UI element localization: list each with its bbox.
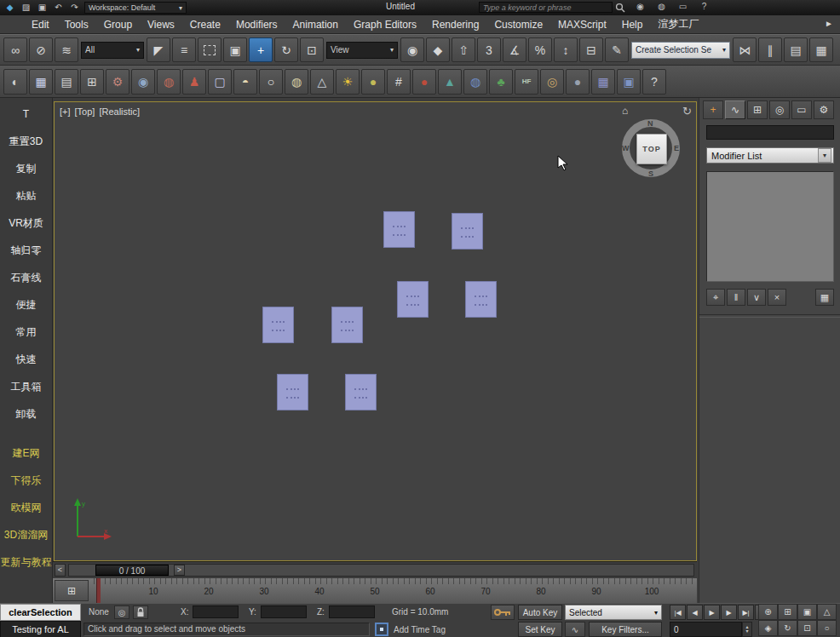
sidebar-item-12[interactable]: 建E网	[12, 445, 39, 461]
mouse-device-icon[interactable]: ▭	[676, 1, 689, 13]
percent-snap-toggle[interactable]: %	[528, 37, 552, 62]
menu-help[interactable]: Help	[614, 15, 651, 33]
dark-sphere-button[interactable]: ◉	[131, 69, 155, 95]
viewcube-rotate-icon[interactable]: ↻	[682, 105, 692, 118]
communication-icon[interactable]: ◍	[655, 1, 668, 13]
keyboard-override-toggle[interactable]: ⇧	[452, 37, 475, 62]
cone-primitive-button[interactable]: △	[310, 69, 334, 95]
window-crossing-button[interactable]: ▣	[223, 37, 247, 62]
use-pivot-center-button[interactable]: ◉	[400, 37, 424, 62]
frame-number-input[interactable]	[670, 622, 742, 637]
time-slider-prev-button[interactable]: <	[55, 564, 66, 577]
selection-filter-dropdown[interactable]: All▾	[81, 42, 144, 59]
lattice-button[interactable]: #	[387, 69, 411, 95]
show-end-result-button[interactable]: ‖	[727, 289, 745, 306]
maximize-viewport-toggle[interactable]: ⊡	[797, 620, 817, 636]
snaps-toggle-button[interactable]: 3	[477, 37, 501, 62]
menu-maxscript[interactable]: MAXScript	[550, 15, 614, 33]
sidebar-item-0[interactable]: T	[23, 106, 29, 122]
sidebar-item-10[interactable]: 工具箱	[11, 379, 42, 394]
edit-named-selections-button[interactable]: ✎	[605, 37, 629, 62]
menu-group[interactable]: Group	[96, 15, 140, 33]
go-to-end-button[interactable]: ▶|	[738, 605, 754, 620]
reference-coordinate-dropdown[interactable]: View▾	[326, 42, 398, 59]
app-menu-icon[interactable]: ◆	[3, 2, 16, 14]
menu-overflow-icon[interactable]: ►	[825, 19, 833, 28]
scene-box-3[interactable]	[465, 281, 497, 318]
viewport-general-menu[interactable]: [+]	[60, 106, 71, 117]
open-mini-curve-editor-button[interactable]: ⊞	[55, 580, 89, 601]
object-name-field[interactable]	[706, 125, 834, 140]
rectangular-selection-button[interactable]	[198, 37, 222, 62]
ribbon-toggle-button[interactable]: ▦	[809, 37, 833, 62]
modifier-list-dropdown[interactable]: Modifier List ▾	[706, 147, 834, 164]
key-filter-scope-dropdown[interactable]: Selected ▾	[565, 605, 662, 620]
angle-snap-toggle[interactable]: ∡	[503, 37, 526, 62]
box-primitive-button[interactable]: ▢	[208, 69, 232, 95]
tab-utilities[interactable]: ⚙	[814, 100, 834, 119]
viewport-pov-menu[interactable]: [Top]	[75, 106, 95, 117]
sidebar-item-2[interactable]: 复制	[16, 161, 37, 176]
orbit-button[interactable]: ↻	[778, 620, 797, 636]
scene-box-7[interactable]	[345, 374, 377, 410]
pin-stack-button[interactable]: ⌖	[706, 289, 725, 306]
tab-motion[interactable]: ◎	[769, 100, 790, 119]
help-circle-button[interactable]: ?	[642, 69, 666, 95]
menu-modifiers[interactable]: Modifiers	[228, 15, 285, 33]
selection-lock-toggle[interactable]	[133, 605, 148, 619]
sidebar-item-9[interactable]: 快速	[16, 352, 37, 367]
sidebar-item-16[interactable]: 更新与教程	[1, 554, 52, 570]
sidebar-item-11[interactable]: 卸载	[16, 406, 37, 422]
mountain-button[interactable]: ▲	[438, 69, 462, 95]
layer-explorer-button[interactable]: ▤	[784, 37, 808, 62]
sidebar-item-4[interactable]: VR材质	[9, 215, 43, 231]
spinner-down-icon[interactable]: ▾	[745, 629, 748, 634]
remove-modifier-button[interactable]: ×	[768, 289, 786, 306]
sidebar-item-6[interactable]: 石膏线	[11, 270, 42, 285]
scene-box-2[interactable]	[397, 281, 429, 318]
olive-sphere-button[interactable]: ●	[361, 69, 385, 95]
meteor-button[interactable]: ●	[412, 69, 436, 95]
add-time-tag-button[interactable]: Add Time Tag	[394, 625, 446, 634]
viewcube-top-face[interactable]: TOP	[636, 134, 667, 164]
scene-box-1[interactable]	[452, 213, 483, 250]
sphere-primitive-button[interactable]: ○	[259, 69, 283, 95]
sidebar-item-3[interactable]: 粘贴	[16, 188, 37, 204]
viewcube-west-label[interactable]: W	[622, 144, 630, 152]
tab-hierarchy[interactable]: ⊞	[747, 100, 768, 119]
menu-create[interactable]: Create	[182, 15, 228, 33]
play-animation-button[interactable]: ▶	[704, 605, 720, 620]
waffle-primitive-button[interactable]: ◍	[285, 69, 308, 95]
machine-tool-button[interactable]: ⚙	[106, 69, 129, 95]
time-slider-handle[interactable]: 0 / 100	[95, 565, 169, 576]
set-keys-button[interactable]	[491, 605, 515, 620]
y-coordinate-input[interactable]	[261, 605, 307, 618]
viewport-shading-menu[interactable]: [Realistic]	[99, 106, 140, 117]
menu-views[interactable]: Views	[140, 15, 182, 33]
select-and-move-button[interactable]: +	[249, 37, 273, 62]
sidebar-item-5[interactable]: 轴归零	[11, 243, 42, 258]
search-input[interactable]	[479, 2, 613, 13]
workspace-dropdown[interactable]: Workspace: Default ▾	[84, 2, 187, 14]
dome-primitive-button[interactable]: ◓	[233, 69, 257, 95]
sidebar-item-13[interactable]: 下得乐	[11, 473, 42, 488]
walk-through-button[interactable]: ○	[817, 620, 837, 636]
named-selection-dropdown[interactable]: Create Selection Se▾	[631, 42, 730, 59]
current-frame-marker[interactable]	[96, 578, 101, 604]
frame-spinner[interactable]: ▴ ▾	[742, 622, 752, 637]
macro-button-clearselection[interactable]: clearSelection	[0, 604, 81, 621]
sidebar-item-14[interactable]: 欧模网	[11, 500, 42, 515]
eclipse-tool-button[interactable]: ◐	[3, 69, 27, 95]
lens-ring-button[interactable]: ◎	[540, 69, 564, 95]
select-and-rotate-button[interactable]: ↻	[274, 37, 298, 62]
configure-modifier-sets-button[interactable]: ▦	[815, 289, 834, 306]
x-coordinate-input[interactable]	[193, 605, 239, 618]
stack-boxes-button[interactable]: ▦	[591, 69, 615, 95]
zoom-extents-button[interactable]: ▣	[797, 604, 817, 620]
scene-box-4[interactable]	[262, 307, 294, 343]
user-account-icon[interactable]: ◉	[634, 1, 647, 13]
sidebar-item-7[interactable]: 便捷	[16, 297, 37, 313]
time-slider-track[interactable]: 0 / 100 >	[68, 564, 694, 577]
field-of-view-button[interactable]: △	[817, 604, 837, 620]
menu-graph-editors[interactable]: Graph Editors	[346, 15, 424, 33]
